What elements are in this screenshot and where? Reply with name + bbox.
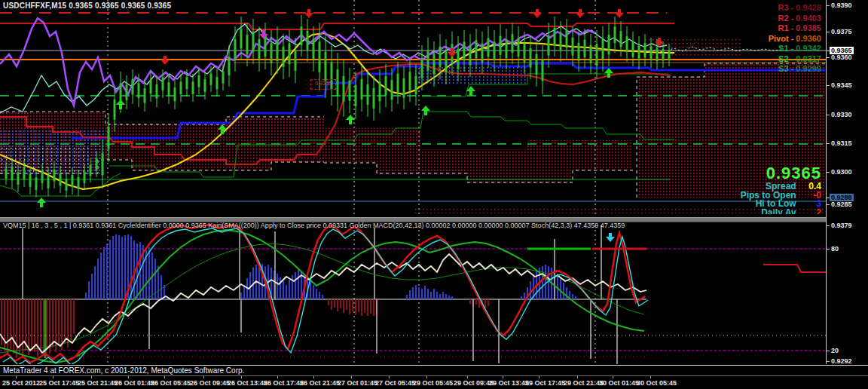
candle-body	[379, 81, 381, 101]
candle-body	[35, 177, 38, 190]
candle-body	[90, 165, 92, 176]
candle-body	[433, 54, 436, 75]
candle-body	[270, 43, 273, 63]
candle-body	[216, 77, 219, 89]
candle-body	[385, 76, 387, 96]
candle-body	[536, 54, 538, 75]
candle-body	[325, 52, 327, 81]
candle-body	[295, 51, 297, 71]
signal-arrow-up	[116, 100, 125, 109]
candle-body	[457, 49, 460, 69]
candle-body	[427, 51, 429, 71]
price-axis-label: 20	[831, 347, 839, 354]
time-axis-label: 25 Oct 2012	[2, 379, 40, 387]
candle-body	[289, 43, 291, 64]
time-axis-label: 29 Oct 21:45	[564, 379, 604, 387]
price-axis-label: 0.9292	[831, 357, 852, 365]
pivot-level-s2: S2 - 0.9317	[708, 54, 821, 65]
candle-body	[638, 45, 640, 60]
pivot-level-r3: R3 - 0.9428	[708, 3, 821, 14]
candle-body	[53, 170, 56, 182]
candle-body	[138, 83, 140, 98]
candle-body	[487, 38, 490, 57]
candle-body	[60, 173, 62, 185]
signal-arrow-down	[304, 9, 313, 18]
candle-body	[186, 77, 188, 89]
candle-body	[421, 58, 423, 78]
time-axis-label: 27 Oct 01:45	[338, 379, 377, 387]
signal-arrow-down	[160, 56, 170, 65]
candle-body	[228, 57, 231, 75]
candle-body	[234, 39, 237, 60]
candle-body	[590, 45, 592, 63]
time-axis-label: 27 Oct 05:45	[375, 379, 415, 387]
candle-body	[41, 172, 44, 183]
candle-body	[102, 153, 104, 175]
red-resistance	[0, 23, 674, 29]
candle-body	[108, 127, 110, 149]
candle-body	[469, 46, 472, 66]
price-axis[interactable]: 0.93900.93750.93650.93600.93450.93300.93…	[827, 0, 868, 364]
time-axis-label: 26 Oct 21:45	[300, 379, 340, 387]
candle-body	[445, 52, 448, 72]
candle-body	[192, 81, 194, 94]
candle-body	[409, 72, 411, 90]
time-axis-label: 25 Oct 17:45	[39, 379, 79, 387]
pivot-level-s1: S1 - 0.9342	[708, 44, 821, 54]
current-price-display: 0.9365	[648, 164, 821, 182]
oscillator-panel[interactable]	[0, 221, 827, 364]
candle-body	[500, 36, 502, 55]
candle-body	[204, 79, 206, 92]
red-tail	[763, 265, 826, 272]
time-axis[interactable]: 25 Oct 201225 Oct 17:4525 Oct 21:4526 Oc…	[0, 375, 868, 389]
info-row-daily-av: Daily Av 2	[648, 209, 821, 215]
candle-body	[355, 85, 357, 106]
candle-body	[518, 38, 520, 57]
candle-body	[162, 78, 164, 90]
candle-body	[168, 82, 170, 96]
candle-body	[542, 59, 544, 81]
price-axis-label: 0.9315	[831, 139, 852, 147]
candle-body	[307, 31, 309, 51]
candle-body	[644, 43, 646, 57]
pivot-level-r2: R2 - 0.9403	[708, 14, 821, 24]
candle-body	[391, 80, 393, 100]
panel-divider[interactable]	[0, 217, 868, 222]
pivot-level-s3: S3 - 0.9299	[708, 64, 821, 75]
time-axis-label: 26 Oct 17:45	[264, 379, 304, 387]
candle-body	[132, 79, 134, 95]
candle-body	[650, 46, 653, 60]
time-axis-label: 26 Oct 13:45	[228, 379, 267, 387]
candle-body	[319, 41, 321, 72]
signal-arrow-down	[533, 9, 542, 18]
candle-body	[632, 41, 634, 57]
candle-body	[560, 32, 562, 51]
candle-body	[512, 34, 514, 53]
candle-body	[277, 40, 279, 61]
signal-arrow-down	[576, 9, 585, 18]
candle-body	[78, 177, 80, 189]
candle-body	[313, 39, 315, 60]
time-axis-label: 30 Oct 01:45	[599, 379, 639, 387]
price-axis-label: 0.9300	[831, 168, 852, 176]
price-axis-label: 0.9390	[831, 2, 852, 9]
candle-body	[626, 36, 628, 52]
kumo-cloud	[324, 128, 633, 182]
candle-body	[481, 44, 484, 63]
price-axis-label: 0.9375	[831, 28, 852, 35]
candle-body	[198, 75, 200, 87]
candle-body	[23, 167, 26, 179]
oscillator-layers	[0, 221, 826, 364]
candle-body	[11, 167, 14, 180]
candle-body	[494, 41, 496, 60]
candle-body	[349, 81, 351, 101]
price-axis-label: 0.9360	[831, 54, 852, 61]
time-axis-label: 29 Oct 09:45	[454, 379, 494, 387]
time-axis-label: 30 Oct 05:45	[637, 379, 677, 387]
candle-body	[96, 158, 98, 170]
candle-body	[144, 88, 146, 103]
candle-body	[156, 84, 158, 99]
candle-body	[222, 72, 225, 84]
candle-body	[361, 79, 363, 100]
candle-body	[415, 75, 417, 94]
